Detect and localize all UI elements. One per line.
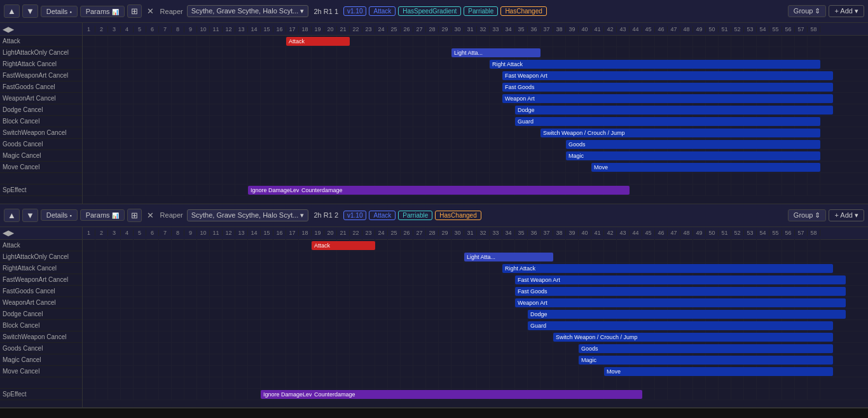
timeline-cell[interactable] xyxy=(413,70,426,81)
timeline-cell[interactable] xyxy=(172,377,184,388)
timeline-cell[interactable] xyxy=(108,150,121,162)
timeline-cell[interactable] xyxy=(324,296,337,308)
timeline-cell[interactable] xyxy=(312,319,324,331)
timeline-cell[interactable] xyxy=(630,251,642,262)
timeline-cell[interactable] xyxy=(324,365,337,377)
timeline-cell[interactable] xyxy=(95,319,108,331)
timeline-cell[interactable] xyxy=(312,116,324,127)
timeline-cell[interactable] xyxy=(134,185,146,196)
timeline-cell[interactable] xyxy=(362,308,375,319)
timeline-cell[interactable] xyxy=(451,81,464,93)
timeline-cell[interactable] xyxy=(286,127,299,139)
timeline-cell[interactable] xyxy=(401,116,413,127)
timeline-cell[interactable] xyxy=(286,139,299,150)
timeline-cell[interactable] xyxy=(83,354,95,365)
timeline-cell[interactable] xyxy=(210,104,223,116)
timeline-cell[interactable] xyxy=(95,365,108,377)
timeline-cell[interactable] xyxy=(490,239,502,251)
timeline-cell[interactable] xyxy=(95,342,108,354)
timeline-cell[interactable] xyxy=(235,342,248,354)
timeline-cell[interactable] xyxy=(121,185,134,196)
timeline-cell[interactable] xyxy=(159,388,172,400)
timeline-cell[interactable] xyxy=(502,139,515,150)
timeline-cell[interactable] xyxy=(413,139,426,150)
timeline-cell[interactable] xyxy=(248,308,261,319)
timeline-cell[interactable] xyxy=(273,319,286,331)
timeline-cell[interactable] xyxy=(693,251,706,262)
timeline-cell[interactable] xyxy=(159,296,172,308)
timeline-cell[interactable] xyxy=(159,173,172,185)
timeline-cell[interactable] xyxy=(401,36,413,47)
timeline-cell[interactable] xyxy=(388,162,401,173)
timeline-cell[interactable] xyxy=(591,239,604,251)
timeline-cell[interactable] xyxy=(146,139,159,150)
timeline-cell[interactable] xyxy=(451,308,464,319)
timeline-cell[interactable] xyxy=(83,251,95,262)
timeline-cell[interactable] xyxy=(490,365,502,377)
timeline-cell[interactable] xyxy=(439,331,451,342)
timeline-cell[interactable] xyxy=(630,36,642,47)
timeline-cell[interactable] xyxy=(362,81,375,93)
timeline-cell[interactable] xyxy=(591,173,604,185)
timeline-cell[interactable] xyxy=(579,239,591,251)
timeline-cell[interactable] xyxy=(401,162,413,173)
timeline-cell[interactable] xyxy=(261,104,273,116)
timeline-cell[interactable] xyxy=(121,36,134,47)
timeline-cell[interactable] xyxy=(223,59,235,70)
timeline-cell[interactable] xyxy=(808,47,820,59)
timeline-cell[interactable] xyxy=(706,185,719,196)
timeline-cell[interactable] xyxy=(337,173,350,185)
timeline-cell[interactable] xyxy=(490,342,502,354)
timeline-cell[interactable] xyxy=(642,36,655,47)
timeline-cell[interactable] xyxy=(541,331,553,342)
timeline-cell[interactable] xyxy=(146,239,159,251)
timeline-cell[interactable] xyxy=(299,59,312,70)
timeline-cell[interactable] xyxy=(261,162,273,173)
timeline-cell[interactable] xyxy=(248,251,261,262)
timeline-cell[interactable] xyxy=(146,388,159,400)
timeline-cell[interactable] xyxy=(273,173,286,185)
next-button[interactable]: ▶ xyxy=(8,25,14,34)
timeline-cell[interactable] xyxy=(413,36,426,47)
timeline-cell[interactable] xyxy=(210,377,223,388)
timeline-cell[interactable] xyxy=(159,285,172,296)
timeline-cell[interactable] xyxy=(210,296,223,308)
timeline-cell[interactable] xyxy=(375,81,388,93)
timeline-cell[interactable] xyxy=(223,365,235,377)
timeline-cell[interactable] xyxy=(223,127,235,139)
timeline-cell[interactable] xyxy=(515,365,528,377)
timeline-cell[interactable] xyxy=(83,104,95,116)
timeline-cell[interactable] xyxy=(197,104,210,116)
timeline-cell[interactable] xyxy=(630,47,642,59)
timeline-cell[interactable] xyxy=(439,296,451,308)
timeline-cell[interactable] xyxy=(413,365,426,377)
timeline-cell[interactable] xyxy=(324,93,337,104)
timeline-cell[interactable] xyxy=(210,319,223,331)
timeline-cell[interactable] xyxy=(159,365,172,377)
timeline-cell[interactable] xyxy=(655,36,668,47)
timeline-cell[interactable] xyxy=(566,377,579,388)
timeline-cell[interactable] xyxy=(172,81,184,93)
timeline-cell[interactable] xyxy=(146,354,159,365)
timeline-cell[interactable] xyxy=(731,251,744,262)
timeline-cell[interactable] xyxy=(210,47,223,59)
timeline-cell[interactable] xyxy=(719,36,731,47)
timeline-cell[interactable] xyxy=(184,47,197,59)
timeline-cell[interactable] xyxy=(172,285,184,296)
timeline-cell[interactable] xyxy=(541,239,553,251)
timeline-cell[interactable] xyxy=(477,285,490,296)
timeline-cell[interactable] xyxy=(95,296,108,308)
timeline-cell[interactable] xyxy=(375,116,388,127)
timeline-cell[interactable] xyxy=(451,139,464,150)
timeline-cell[interactable] xyxy=(769,173,782,185)
timeline-cell[interactable] xyxy=(413,308,426,319)
timeline-cell[interactable] xyxy=(490,127,502,139)
timeline-cell[interactable] xyxy=(439,319,451,331)
timeline-cell[interactable] xyxy=(706,251,719,262)
timeline-cell[interactable] xyxy=(210,127,223,139)
timeline-cell[interactable] xyxy=(362,104,375,116)
timeline-cell[interactable] xyxy=(490,150,502,162)
timeline-cell[interactable] xyxy=(401,342,413,354)
timeline-cell[interactable] xyxy=(490,308,502,319)
timeline-cell[interactable] xyxy=(108,274,121,285)
